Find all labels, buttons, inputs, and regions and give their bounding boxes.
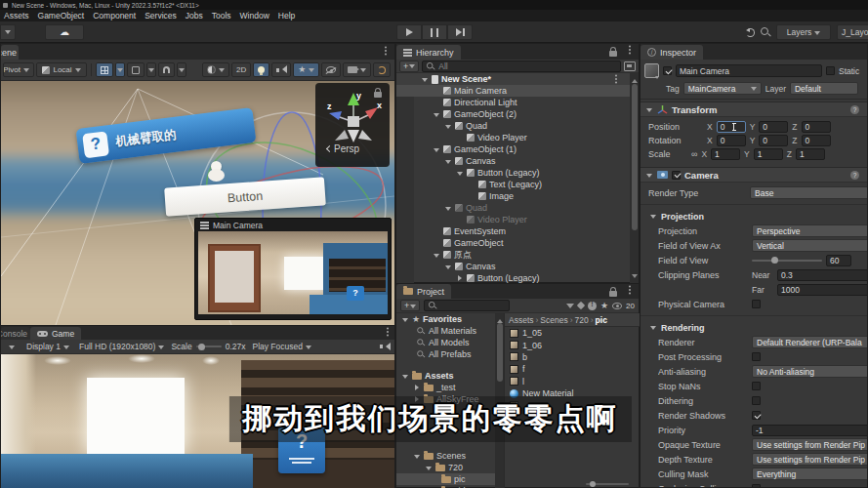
help-icon[interactable]: ?: [850, 171, 859, 180]
scene-viewport[interactable]: ? 机械臂取的 Button y x z Persp Main Camera: [1, 81, 394, 325]
near-field[interactable]: 0.3: [777, 269, 868, 281]
effects-toggle-button[interactable]: ★: [293, 62, 319, 77]
crumb-assets[interactable]: Assets: [509, 315, 538, 325]
tag-dropdown[interactable]: MainCamera: [683, 82, 762, 95]
rotation-y-field[interactable]: 0: [759, 135, 788, 146]
expand-arrow-icon[interactable]: [443, 156, 452, 166]
scale-slider[interactable]: [196, 346, 222, 347]
favorites-star-icon[interactable]: ★: [600, 302, 608, 310]
scene-kebab-icon[interactable]: [615, 78, 617, 80]
expand-arrow-icon[interactable]: [644, 170, 653, 180]
tab-inspector[interactable]: iInspector: [641, 45, 703, 60]
lighting-toggle-button[interactable]: [253, 62, 269, 77]
grid-snap-button[interactable]: [96, 62, 113, 77]
tab-scene[interactable]: Scene: [1, 45, 19, 60]
camera-enabled-checkbox[interactable]: [672, 171, 681, 180]
hierarchy-item-video-player[interactable]: Video Player: [396, 132, 631, 143]
game-menu-kebab-icon[interactable]: [387, 331, 389, 333]
dithering-checkbox[interactable]: [752, 396, 761, 405]
2d-toggle-button[interactable]: 2D: [231, 62, 251, 77]
crumb-scenes[interactable]: Scenes: [540, 315, 572, 325]
folder-scenes[interactable]: Scenes: [396, 450, 496, 462]
thumbnail-zoom-slider[interactable]: [586, 483, 629, 485]
stop-nans-checkbox[interactable]: [752, 382, 761, 390]
file-row[interactable]: f: [505, 363, 641, 375]
menu-assets[interactable]: Assets: [4, 11, 29, 20]
undo-history-icon[interactable]: [746, 28, 755, 37]
hierarchy-item-directional-light[interactable]: Directional Light: [396, 97, 631, 108]
position-x-field[interactable]: 0: [717, 121, 746, 133]
expand-arrow-icon[interactable]: [432, 144, 440, 154]
hierarchy-item-gameobject-1[interactable]: GameObject (1): [396, 143, 631, 155]
perspective-toggle[interactable]: Persp: [327, 143, 359, 154]
gameobject-cube-icon[interactable]: [644, 63, 659, 78]
menu-tools[interactable]: Tools: [212, 11, 231, 20]
expand-arrow-icon[interactable]: [443, 203, 452, 213]
hierarchy-item-gameobject-2[interactable]: GameObject (2): [396, 108, 631, 120]
priority-field[interactable]: -1: [752, 425, 868, 436]
magnet-snap-dropdown[interactable]: [177, 62, 186, 77]
favorite-all-prefabs[interactable]: All Prefabs: [396, 348, 496, 360]
expand-arrow-icon[interactable]: [400, 371, 409, 381]
active-checkbox[interactable]: [663, 66, 672, 75]
camera-preview-titlebar[interactable]: Main Camera: [195, 219, 391, 231]
tab-project[interactable]: Project: [396, 284, 451, 299]
cloud-services-button[interactable]: ☁: [45, 24, 84, 40]
hierarchy-item-quad[interactable]: Quad: [396, 120, 631, 132]
menu-help[interactable]: Help: [278, 11, 295, 20]
menu-window[interactable]: Window: [240, 11, 269, 20]
pivot-toggle-button[interactable]: Pivot: [3, 62, 34, 77]
depth-texture-dropdown[interactable]: Use settings from Render Pip: [752, 453, 868, 466]
expand-arrow-icon[interactable]: [644, 104, 653, 114]
grid-snap-dropdown[interactable]: [115, 62, 125, 77]
hierarchy-search-input[interactable]: All: [422, 61, 621, 72]
physical-camera-checkbox[interactable]: [752, 300, 761, 308]
scroll-up-icon[interactable]: [632, 76, 638, 83]
display-dropdown[interactable]: Display 1: [23, 341, 72, 352]
tool-button-partial[interactable]: [0, 24, 16, 40]
tab-console[interactable]: Console: [1, 327, 30, 340]
post-processing-checkbox[interactable]: [752, 352, 761, 361]
aspect-dropdown[interactable]: [4, 341, 20, 352]
expand-arrow-icon[interactable]: [443, 121, 452, 131]
hierarchy-item-video-player-disabled[interactable]: Video Player: [396, 214, 631, 225]
static-checkbox[interactable]: [826, 66, 835, 75]
move-snap-dropdown[interactable]: [146, 62, 156, 77]
opaque-texture-dropdown[interactable]: Use settings from Render Pip: [752, 438, 868, 451]
assets-root[interactable]: Assets: [396, 370, 496, 382]
help-icon[interactable]: ?: [850, 105, 859, 114]
file-row[interactable]: 1_05: [505, 327, 641, 339]
folder-test[interactable]: _test: [396, 382, 496, 393]
shading-mode-button[interactable]: [202, 62, 229, 77]
expand-arrow-icon[interactable]: [432, 250, 440, 260]
file-row[interactable]: b: [505, 351, 641, 363]
slider-thumb[interactable]: [590, 481, 596, 487]
hierarchy-item-image[interactable]: Image: [396, 190, 631, 202]
anti-aliasing-dropdown[interactable]: No Anti-aliasing: [752, 365, 868, 378]
tab-hierarchy[interactable]: Hierarchy: [396, 45, 461, 60]
scrollbar-thumb[interactable]: [497, 323, 503, 382]
render-shadows-checkbox[interactable]: [752, 411, 761, 420]
alert-icon[interactable]: [588, 302, 597, 310]
file-row[interactable]: l: [505, 376, 641, 387]
hierarchy-item-canvas-2[interactable]: Canvas: [396, 261, 631, 272]
render-type-dropdown[interactable]: Base: [750, 186, 868, 199]
gizmo-lock-icon[interactable]: [374, 92, 382, 98]
collapse-arrow-icon[interactable]: [455, 273, 464, 283]
project-kebab-icon[interactable]: [629, 289, 631, 291]
expand-arrow-icon[interactable]: [648, 323, 657, 333]
layers-dropdown[interactable]: Layers: [776, 24, 831, 40]
menu-jobs[interactable]: Jobs: [186, 11, 203, 20]
menu-component[interactable]: Component: [93, 11, 136, 20]
hierarchy-item-scene[interactable]: New Scene*: [396, 73, 631, 85]
crumb-pic[interactable]: pic: [596, 315, 607, 325]
favorites-root[interactable]: ★Favorites: [396, 313, 496, 325]
menu-gameobject[interactable]: GameObject: [38, 11, 85, 20]
menu-services[interactable]: Services: [145, 11, 177, 20]
hierarchy-item-text-legacy[interactable]: Text (Legacy): [396, 179, 631, 190]
expand-arrow-icon[interactable]: [443, 262, 452, 271]
culling-mask-dropdown[interactable]: Everything: [752, 468, 868, 480]
projection-foldout[interactable]: Projection: [641, 209, 868, 224]
play-button[interactable]: [396, 24, 422, 40]
scale-y-field[interactable]: 1: [754, 148, 783, 160]
